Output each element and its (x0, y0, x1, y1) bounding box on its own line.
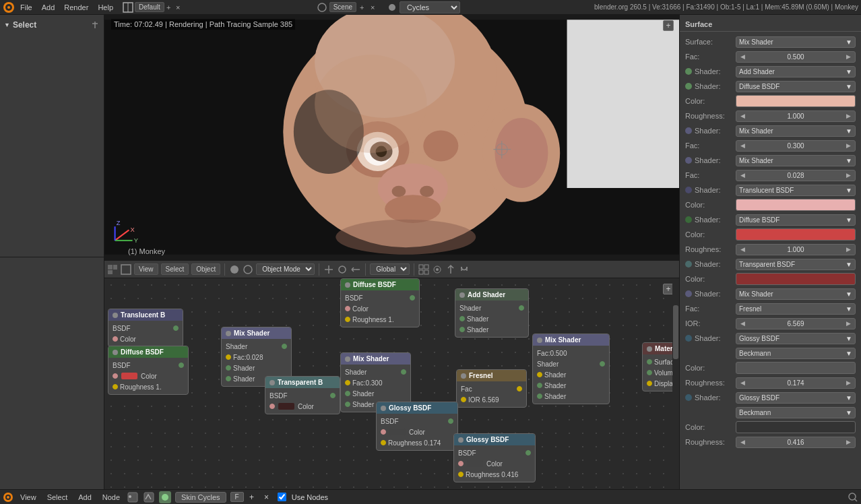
socket-sh2[interactable] (537, 393, 542, 399)
socket-bsdf-out[interactable] (448, 418, 453, 424)
node-material-icon[interactable] (159, 491, 171, 503)
glossy1-dropdown[interactable]: Glossy BSDF▼ (736, 333, 856, 344)
socket-rough-in[interactable] (345, 317, 350, 322)
node-diffuse-top[interactable]: Diffuse BSDF BSDF Color Roughness 1. (340, 278, 420, 327)
layout-select[interactable]: Default (135, 2, 164, 12)
mix2-dropdown[interactable]: Mix Shader▼ (736, 155, 856, 166)
socket-rough[interactable] (458, 472, 464, 477)
node-transparent-b[interactable]: Transparent B BSDF Color (265, 376, 340, 414)
f-button[interactable]: F (230, 492, 244, 502)
color-swatch4[interactable] (736, 273, 856, 285)
scale-icon[interactable] (350, 264, 361, 275)
socket-surface[interactable] (647, 359, 652, 365)
add-shader-dropdown[interactable]: Add Shader▼ (736, 66, 856, 77)
rotate-icon[interactable] (337, 264, 348, 275)
rough2-input[interactable]: ◀1.000▶ (736, 244, 856, 255)
fac1-input[interactable]: ◀0.500▶ (736, 51, 856, 63)
shading-wire-icon[interactable] (243, 264, 253, 275)
node-editor-scrollbar[interactable] (672, 278, 679, 489)
node-compositor-icon[interactable] (127, 491, 139, 503)
glossy2-dropdown[interactable]: Glossy BSDF▼ (736, 392, 856, 404)
color-swatch5[interactable] (736, 362, 856, 374)
socket-bsdf-out[interactable] (330, 393, 336, 398)
socket-rough-in[interactable] (113, 384, 118, 389)
use-nodes-checkbox[interactable] (278, 493, 286, 501)
socket-fac[interactable] (537, 372, 542, 377)
mix3-dropdown[interactable]: Mix Shader▼ (736, 288, 856, 300)
node-add-shader[interactable]: Add Shader Shader Shader Shader (455, 288, 529, 338)
socket-shader-out[interactable] (282, 344, 287, 349)
diffuse-dropdown[interactable]: Diffuse BSDF▼ (736, 81, 856, 92)
transparent-dropdown[interactable]: Transparent BSDF▼ (736, 259, 856, 270)
scrollbar-thumb[interactable] (673, 305, 678, 359)
object-btn[interactable]: Object (191, 263, 220, 275)
socket-shader2[interactable] (345, 402, 350, 407)
socket-bsdf-out[interactable] (525, 450, 531, 455)
remove-scene-icon[interactable]: × (263, 492, 274, 503)
ior-input[interactable]: ◀6.569▶ (736, 318, 856, 329)
node-mix3[interactable]: Mix Shader Fac:0.500 Shader Shader Shade… (532, 334, 610, 404)
socket-color-in[interactable] (113, 336, 118, 342)
node-editor[interactable]: + (104, 278, 679, 489)
space-dropdown[interactable]: Global (370, 263, 410, 275)
snap-icon[interactable] (445, 264, 456, 275)
socket-shader2[interactable] (459, 327, 465, 332)
node-glossy1[interactable]: Glossy BSDF BSDF Color Roughness 0.174 (376, 402, 458, 451)
add-scene-icon[interactable]: + (248, 492, 259, 503)
socket-shader-out[interactable] (519, 305, 524, 311)
diffuse2-dropdown[interactable]: Diffuse BSDF▼ (736, 214, 856, 226)
socket-bsdf-out[interactable] (410, 295, 415, 301)
rough4-input[interactable]: ◀0.416▶ (736, 437, 856, 448)
engine-dropdown[interactable]: Cycles (400, 1, 460, 13)
socket-ior[interactable] (461, 397, 466, 402)
bottom-add[interactable]: Add (74, 492, 96, 503)
color-swatch1[interactable] (736, 95, 856, 107)
node-diffuse-left[interactable]: Diffuse BSDF BSDF Color Roughness 1. (108, 346, 189, 395)
socket-color-in[interactable] (269, 404, 275, 409)
socket-volume[interactable] (647, 370, 652, 375)
move-icon[interactable] (323, 264, 334, 275)
node-glossy2[interactable]: Glossy BSDF BSDF Color Roughness 0.416 (453, 433, 536, 482)
socket-bsdf-out[interactable] (179, 363, 184, 368)
bottom-view[interactable]: View (16, 492, 40, 503)
color-swatch2[interactable] (736, 199, 856, 211)
layout-add-icon[interactable]: + (166, 3, 174, 11)
beckmann2-dropdown[interactable]: Beckmann▼ (736, 407, 856, 418)
menu-render[interactable]: Render (60, 2, 92, 13)
fac2-input[interactable]: ◀0.300▶ (736, 140, 856, 152)
socket-shader2[interactable] (226, 376, 231, 381)
layout-close-icon[interactable]: × (175, 3, 183, 11)
socket-shader-out[interactable] (401, 369, 406, 375)
translucent-dropdown[interactable]: Translucent BSDF▼ (736, 185, 856, 196)
color-swatch6[interactable] (736, 421, 856, 433)
rough1-input[interactable]: ◀1.000▶ (736, 111, 856, 122)
socket-shader1[interactable] (345, 391, 350, 396)
socket-fac-out[interactable] (517, 386, 522, 391)
scene-close-icon[interactable]: × (370, 3, 378, 11)
surface-dropdown[interactable]: Mix Shader ▼ (736, 36, 856, 48)
bottom-node[interactable]: Node (98, 492, 124, 503)
proportional-icon[interactable] (432, 264, 443, 275)
fac3-input[interactable]: ◀0.028▶ (736, 170, 856, 181)
mode-dropdown[interactable]: Object Mode (256, 263, 315, 275)
socket-shader1[interactable] (226, 365, 231, 371)
bottom-select[interactable]: Select (43, 492, 72, 503)
magnet-icon[interactable] (459, 264, 470, 275)
mix1-dropdown[interactable]: Mix Shader▼ (736, 125, 856, 137)
socket-fac[interactable] (226, 354, 231, 360)
socket-disp[interactable] (647, 381, 652, 386)
socket-bsdf-out[interactable] (173, 325, 179, 331)
node-texture-icon[interactable] (143, 491, 155, 503)
color-swatch3[interactable] (736, 228, 856, 241)
socket-color[interactable] (458, 461, 464, 466)
menu-help[interactable]: Help (94, 2, 117, 13)
fresnel-fac-dropdown[interactable]: Fresnel▼ (736, 303, 856, 315)
socket-color-in[interactable] (113, 373, 118, 379)
socket-fac[interactable] (345, 380, 350, 385)
socket-color-in[interactable] (345, 306, 350, 311)
scene-add-icon[interactable]: + (359, 3, 367, 11)
beckmann1-dropdown[interactable]: Beckmann▼ (736, 348, 856, 359)
scene-select[interactable]: Scene (329, 2, 356, 12)
menu-add[interactable]: Add (38, 2, 59, 13)
render-add-btn[interactable]: + (663, 20, 674, 31)
